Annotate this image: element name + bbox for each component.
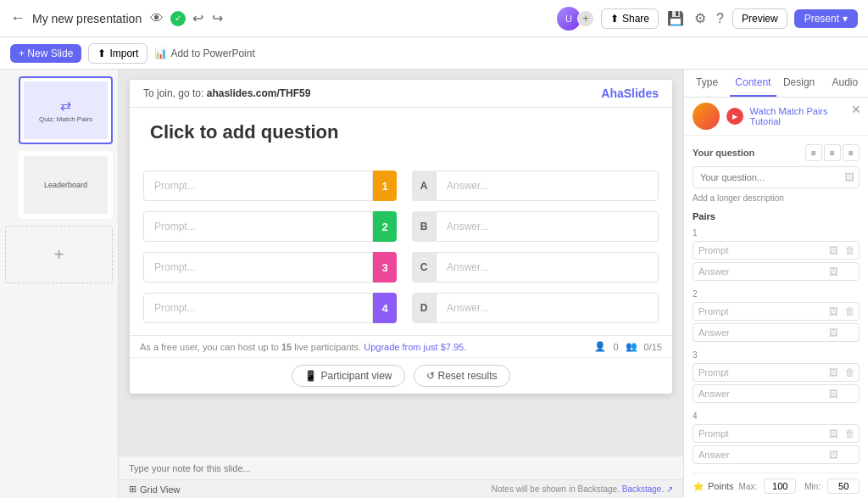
pairs-section-label: Pairs (693, 211, 860, 221)
import-button[interactable]: ⬆ Import (88, 43, 147, 64)
prompt-text-2[interactable]: Prompt... (143, 211, 373, 242)
answer-text-value-4: Answer... (447, 302, 488, 314)
redo-icon[interactable]: ↪ (210, 8, 225, 28)
participants-icon: 👤 (594, 341, 606, 352)
ahaslides-logo: AhaSlides (601, 87, 659, 100)
add-description-link[interactable]: Add a longer description (693, 193, 860, 203)
present-label: Present (804, 13, 839, 25)
points-max-input[interactable] (764, 478, 796, 494)
answer-text-2[interactable]: Answer... (436, 211, 659, 242)
align-icons: ≡ ≡ ≡ (805, 144, 860, 161)
topbar-left: ← My new presentation 👁 ✓ ↩ ↪ (10, 8, 550, 28)
align-right-icon[interactable]: ≡ (843, 144, 860, 161)
help-icon[interactable]: ? (715, 9, 726, 28)
tab-content[interactable]: Content (730, 70, 776, 97)
slide-2-thumbnail[interactable]: Leaderboard (19, 151, 113, 219)
tab-design[interactable]: Design (776, 70, 822, 97)
pair-3-num: 3 (693, 350, 860, 360)
upgrade-link[interactable]: Upgrade from just $7.95. (364, 342, 466, 352)
answer-text-value-2: Answer... (447, 221, 488, 232)
save-icon[interactable]: 💾 (665, 8, 686, 28)
answer-text-3[interactable]: Answer... (436, 252, 659, 283)
pair-4-prompt[interactable]: Prompt 🖼 🗑 (693, 424, 860, 443)
pair-2-prompt-image-icon[interactable]: 🖼 (829, 306, 838, 316)
pair-item-2: 2 Prompt 🖼 🗑 Answer 🖼 (693, 289, 860, 342)
reset-results-button[interactable]: ↺ Reset results (414, 365, 510, 387)
answer-text-4[interactable]: Answer... (436, 293, 659, 323)
pair-1-answer[interactable]: Answer 🖼 (693, 262, 860, 281)
pair-4-delete[interactable]: 🗑 (845, 428, 855, 439)
answer-text-value-1: Answer... (447, 180, 488, 192)
tab-type[interactable]: Type (684, 70, 730, 97)
prompt-row-2: Prompt... 2 (143, 211, 397, 242)
pair-4-prompt-image-icon[interactable]: 🖼 (829, 428, 838, 439)
slide-1-icon: ⇄ (60, 98, 71, 114)
answer-text-1[interactable]: Answer... (436, 171, 659, 201)
pair-2-prompt[interactable]: Prompt 🖼 🗑 (693, 302, 860, 321)
answer-row-1: A Answer... (412, 171, 659, 201)
align-left-icon[interactable]: ≡ (805, 144, 822, 161)
answer-row-3: C Answer... (412, 252, 659, 283)
grid-view-button[interactable]: ⊞ Grid View (129, 484, 180, 495)
prompt-badge-1: 1 (373, 171, 397, 201)
image-icon[interactable]: 🖼 (844, 171, 854, 183)
align-center-icon[interactable]: ≡ (824, 144, 841, 161)
prompt-text-4[interactable]: Prompt... (143, 293, 373, 323)
undo-icon[interactable]: ↩ (191, 8, 205, 28)
present-dropdown-arrow: ▾ (843, 13, 848, 25)
points-max-label: Max: (739, 482, 758, 491)
answer-row-2: B Answer... (412, 211, 659, 242)
pair-4-answer-image-icon[interactable]: 🖼 (829, 450, 838, 460)
pair-1-prompt-image-icon[interactable]: 🖼 (829, 245, 838, 255)
add-to-powerpoint-button[interactable]: 📊 Add to PowerPoint (154, 48, 254, 59)
tab-audio[interactable]: Audio (822, 70, 868, 97)
pair-1-prompt[interactable]: Prompt 🖼 🗑 (693, 241, 860, 260)
present-button[interactable]: Present ▾ (794, 9, 858, 28)
pair-2-delete[interactable]: 🗑 (845, 305, 855, 317)
notes-input[interactable] (129, 463, 673, 473)
share-button[interactable]: ⬆ Share (601, 8, 659, 29)
answers-column: A Answer... B Answer... C (405, 171, 659, 328)
slide-content: Click to add question (130, 108, 672, 171)
backstage-link[interactable]: Backstage. ↗ (622, 484, 673, 494)
topbar: ← My new presentation 👁 ✓ ↩ ↪ U + ⬆ Shar… (0, 0, 868, 37)
eye-icon[interactable]: 👁 (148, 9, 165, 28)
prompt-badge-2: 2 (373, 211, 397, 242)
pair-3-prompt-image-icon[interactable]: 🖼 (829, 367, 838, 378)
tutorial-link[interactable]: Watch Match Pairs Tutorial (750, 106, 860, 126)
pair-3-answer[interactable]: Answer 🖼 (693, 384, 860, 403)
canvas-actions: 📱 Participant view ↺ Reset results (130, 357, 672, 394)
new-slide-button[interactable]: + New Slide (10, 44, 81, 63)
import-label: Import (109, 48, 138, 59)
points-label: ⭐ Points (693, 481, 734, 492)
add-avatar-button[interactable]: + (577, 10, 594, 27)
tutorial-close-button[interactable]: ✕ (851, 103, 861, 116)
pair-2-answer-image-icon[interactable]: 🖼 (829, 327, 838, 338)
pair-1-answer-image-icon[interactable]: 🖼 (829, 266, 838, 277)
presentation-title: My new presentation (32, 12, 142, 25)
slide-canvas[interactable]: To join, go to: ahaslides.com/THF59 AhaS… (130, 80, 672, 394)
pair-3-prompt[interactable]: Prompt 🖼 🗑 (693, 363, 860, 382)
question-input[interactable] (693, 166, 860, 188)
prompt-text-3[interactable]: Prompt... (143, 252, 373, 283)
prompts-column: Prompt... 1 Prompt... 2 Prom (143, 171, 397, 328)
answer-badge-2: B (412, 211, 436, 242)
notes-bar (119, 456, 683, 479)
pair-3-delete[interactable]: 🗑 (845, 367, 855, 378)
settings-icon[interactable]: ⚙ (693, 8, 708, 28)
points-min-input[interactable] (827, 478, 860, 494)
pair-3-answer-image-icon[interactable]: 🖼 (829, 389, 838, 399)
pair-2-answer[interactable]: Answer 🖼 (693, 323, 860, 342)
participant-view-button[interactable]: 📱 Participant view (292, 365, 404, 387)
pair-1-delete[interactable]: 🗑 (845, 244, 855, 256)
slide-title[interactable]: Click to add question (150, 121, 652, 143)
question-section-label: Your question ≡ ≡ ≡ (693, 144, 860, 161)
back-button[interactable]: ← (10, 9, 25, 27)
toolbar: + New Slide ⬆ Import 📊 Add to PowerPoint (0, 37, 868, 70)
panel-body: Your question ≡ ≡ ≡ 🖼 Add a longer descr… (684, 136, 868, 498)
add-slide-button[interactable]: + (5, 226, 113, 283)
preview-button[interactable]: Preview (732, 8, 787, 29)
pair-4-answer[interactable]: Answer 🖼 (693, 445, 860, 464)
prompt-text-1[interactable]: Prompt... (143, 171, 373, 201)
slide-1-thumbnail[interactable]: ⇄ Quiz: Match Pairs (19, 76, 113, 144)
